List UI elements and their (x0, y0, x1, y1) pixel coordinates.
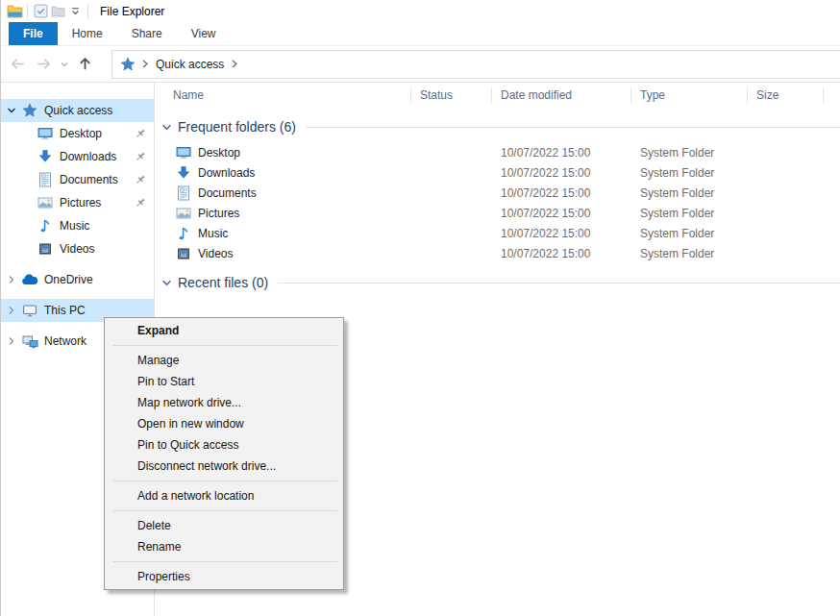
menu-item-disconnect-network-drive[interactable]: Disconnect network drive... (105, 456, 343, 477)
up-button[interactable] (72, 51, 98, 77)
file-type-cell: System Folder (631, 247, 748, 260)
column-header-label: Date modified (501, 88, 572, 102)
menu-item-pin-to-start[interactable]: Pin to Start (105, 371, 343, 392)
sidebar-item-label: OneDrive (44, 273, 93, 286)
pictures-icon (37, 195, 54, 210)
menu-item-map-network-drive[interactable]: Map network drive... (105, 392, 343, 413)
customize-toolbar-chevron-icon[interactable] (66, 3, 84, 20)
sidebar-item-label: Music (60, 219, 89, 233)
music-icon (176, 226, 191, 241)
expand-chevron-icon[interactable] (6, 336, 16, 346)
file-row-pictures[interactable]: Pictures10/07/2022 15:00System Folder (155, 203, 840, 223)
desktop-icon (176, 145, 191, 160)
file-date-modified-cell: 10/07/2022 15:00 (492, 227, 631, 240)
file-name-label: Desktop (198, 146, 240, 160)
group-header-label: Recent files (0) (178, 275, 268, 290)
back-button[interactable] (5, 51, 31, 77)
recent-locations-chevron-icon[interactable] (57, 51, 72, 77)
toolbar-separator (27, 5, 28, 18)
menu-separator (113, 345, 337, 346)
sidebar-item-quick-access[interactable]: Quick access (1, 99, 154, 122)
column-header-status[interactable]: Status (411, 83, 492, 108)
sidebar-item-label: Network (44, 334, 86, 348)
forward-button[interactable] (31, 51, 57, 77)
breadcrumb-chevron-icon[interactable] (231, 59, 238, 69)
group-header-frequent-folders[interactable]: Frequent folders (6) (161, 117, 840, 136)
downloads-icon (176, 165, 191, 181)
group-header-recent-files[interactable]: Recent files (0) (161, 273, 840, 292)
file-date-modified-cell: 10/07/2022 15:00 (492, 207, 631, 220)
menu-item-manage[interactable]: Manage (105, 350, 343, 371)
sidebar-item-label: Documents (60, 173, 118, 186)
pin-icon (135, 151, 146, 165)
breadcrumb-chevron-icon[interactable] (141, 59, 149, 69)
file-name-cell: Videos (155, 246, 411, 261)
menu-item-add-a-network-location[interactable]: Add a network location (105, 485, 343, 506)
videos-icon (37, 241, 54, 257)
column-header-size[interactable]: Size (748, 83, 824, 108)
menu-separator (113, 480, 337, 481)
column-header-label: Type (640, 88, 665, 102)
pin-icon (135, 197, 146, 211)
file-row-documents[interactable]: Documents10/07/2022 15:00System Folder (155, 183, 840, 203)
sidebar-item-music[interactable]: Music (1, 214, 154, 237)
sidebar-item-pictures[interactable]: Pictures (1, 191, 154, 214)
tab-home[interactable]: Home (58, 22, 117, 45)
group-header-label: Frequent folders (6) (178, 119, 296, 135)
address-bar[interactable]: Quick access (111, 50, 840, 79)
file-row-videos[interactable]: Videos10/07/2022 15:00System Folder (155, 243, 840, 263)
thispc-icon (21, 303, 38, 318)
sidebar-item-label: Desktop (60, 127, 102, 140)
file-name-label: Documents (198, 186, 257, 200)
sidebar-item-videos[interactable]: Videos (1, 237, 154, 260)
menu-item-open-in-new-window[interactable]: Open in new window (105, 413, 343, 434)
menu-item-rename[interactable]: Rename (105, 536, 343, 557)
breadcrumb-segment[interactable]: Quick access (154, 58, 226, 71)
file-row-desktop[interactable]: Desktop10/07/2022 15:00System Folder (155, 142, 840, 162)
column-header-name[interactable]: Name (155, 83, 411, 108)
sidebar-item-onedrive[interactable]: OneDrive (1, 268, 154, 291)
column-header-type[interactable]: Type (631, 83, 748, 108)
menu-item-pin-to-quick-access[interactable]: Pin to Quick access (105, 434, 343, 456)
tab-view[interactable]: View (177, 22, 231, 45)
explorer-folder-icon (6, 3, 23, 20)
new-folder-icon[interactable] (49, 3, 66, 20)
column-header-date-modified[interactable]: Date modified (492, 83, 631, 108)
file-row-downloads[interactable]: Downloads10/07/2022 15:00System Folder (155, 162, 840, 183)
file-type-cell: System Folder (631, 186, 748, 200)
network-icon (21, 333, 38, 349)
expand-chevron-icon[interactable] (6, 275, 16, 284)
file-row-music[interactable]: Music10/07/2022 15:00System Folder (155, 223, 840, 243)
sidebar-item-label: Quick access (44, 104, 112, 117)
tab-file[interactable]: File (9, 22, 58, 45)
tab-share[interactable]: Share (117, 22, 177, 45)
properties-check-icon[interactable] (32, 3, 49, 20)
file-type-cell: System Folder (631, 207, 748, 220)
file-explorer-window: File Explorer FileHomeShareView Quick ac… (0, 0, 840, 616)
file-name-cell: Music (155, 226, 411, 241)
sidebar-item-downloads[interactable]: Downloads (1, 145, 154, 168)
file-date-modified-cell: 10/07/2022 15:00 (492, 146, 631, 160)
column-header-label: Size (756, 88, 778, 102)
context-menu: ExpandManagePin to StartMap network driv… (104, 317, 344, 590)
expand-chevron-icon[interactable] (6, 306, 16, 315)
documents-icon (176, 185, 191, 201)
sidebar-item-desktop[interactable]: Desktop (1, 122, 154, 145)
window-title: File Explorer (100, 5, 164, 18)
group-rule (306, 127, 840, 128)
sidebar-item-documents[interactable]: Documents (1, 168, 154, 191)
collapse-chevron-icon[interactable] (6, 106, 16, 115)
downloads-icon (37, 149, 54, 164)
file-type-cell: System Folder (631, 166, 748, 180)
file-date-modified-cell: 10/07/2022 15:00 (492, 247, 631, 260)
menu-item-expand[interactable]: Expand (105, 320, 343, 341)
group-collapse-chevron-icon[interactable] (161, 278, 172, 288)
file-type-cell: System Folder (631, 227, 748, 240)
sidebar-item-label: This PC (44, 304, 86, 317)
file-date-modified-cell: 10/07/2022 15:00 (492, 186, 631, 200)
menu-item-delete[interactable]: Delete (105, 515, 343, 536)
file-type-cell: System Folder (631, 146, 748, 160)
group-collapse-chevron-icon[interactable] (161, 122, 172, 133)
menu-item-properties[interactable]: Properties (105, 566, 343, 587)
pictures-icon (176, 206, 191, 221)
